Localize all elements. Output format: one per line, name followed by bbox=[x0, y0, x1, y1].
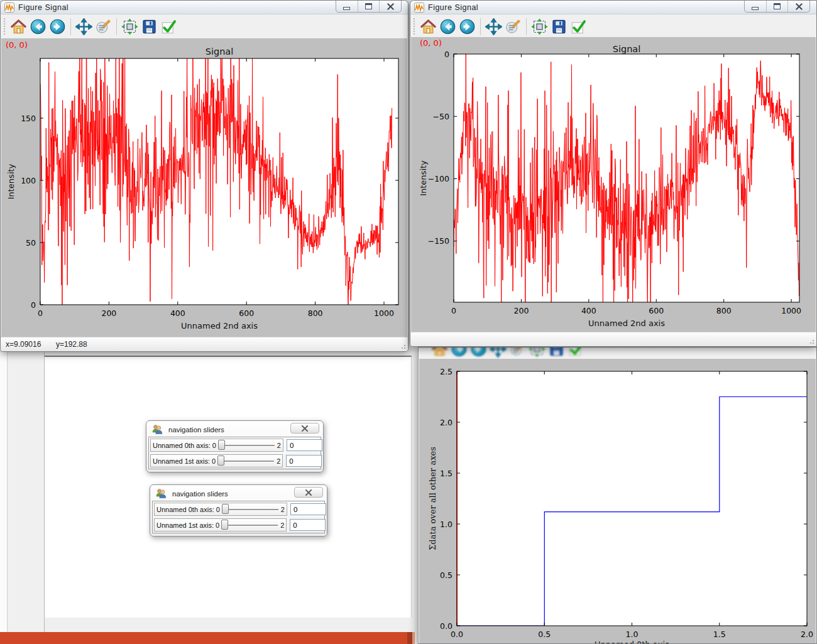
navigation-sliders-dialog[interactable]: navigation sliders Unnamed 0th axis: 0 2… bbox=[146, 420, 324, 472]
slider-strip: Unnamed 1st axis: 0 2 bbox=[150, 454, 283, 467]
slider-max: 2 bbox=[280, 521, 284, 529]
slider-max: 2 bbox=[277, 457, 280, 465]
axis-slider[interactable] bbox=[218, 439, 276, 451]
svg-text:0.0: 0.0 bbox=[440, 621, 452, 631]
signal-canvas[interactable]: (0, 0) 020040060080010000−50−100−150Sign… bbox=[411, 37, 816, 334]
svg-text:2.5: 2.5 bbox=[440, 367, 452, 376]
window-controls bbox=[336, 1, 402, 13]
slider-min: 0 bbox=[216, 521, 219, 529]
close-button[interactable] bbox=[788, 1, 809, 12]
svg-text:1.0: 1.0 bbox=[626, 630, 639, 639]
obscured-toolbar bbox=[419, 347, 816, 359]
forward-icon bbox=[470, 347, 487, 357]
maximize-icon bbox=[365, 3, 372, 9]
configure-subplots-icon[interactable] bbox=[121, 18, 138, 35]
confirm-check-icon[interactable] bbox=[570, 18, 587, 35]
close-icon bbox=[387, 3, 395, 10]
configure-subplots-icon[interactable] bbox=[531, 18, 548, 35]
close-icon bbox=[795, 3, 803, 10]
maximize-button[interactable] bbox=[767, 1, 789, 12]
svg-text:800: 800 bbox=[716, 306, 732, 315]
svg-text:0: 0 bbox=[451, 306, 456, 315]
matplotlib-toolbar bbox=[1, 14, 408, 38]
save-icon[interactable] bbox=[141, 18, 158, 35]
matplotlib-window-icon bbox=[414, 3, 424, 13]
window-title: Figure Signal bbox=[18, 3, 69, 12]
close-button[interactable] bbox=[380, 1, 401, 12]
forward-icon[interactable] bbox=[49, 18, 66, 35]
edit-parameters-icon[interactable] bbox=[505, 18, 522, 35]
signal-canvas[interactable]: (0, 0) 02004006008001000050100150SignalU… bbox=[1, 38, 407, 338]
slider-handle[interactable] bbox=[221, 520, 228, 530]
axis-slider-row: Unnamed 0th axis: 0 2 bbox=[150, 439, 319, 452]
svg-text:600: 600 bbox=[239, 308, 254, 318]
save-icon[interactable] bbox=[551, 18, 568, 35]
slider-strip: Unnamed 0th axis: 0 2 bbox=[150, 439, 283, 452]
home-icon[interactable] bbox=[420, 18, 437, 35]
toolbar-separator bbox=[526, 18, 527, 35]
back-icon[interactable] bbox=[30, 18, 47, 35]
signal-plot: 020040060080010000−50−100−150SignalUnnam… bbox=[411, 37, 817, 334]
svg-text:800: 800 bbox=[308, 308, 323, 318]
pan-icon[interactable] bbox=[75, 18, 92, 35]
edit-parameters-icon[interactable] bbox=[95, 18, 112, 35]
figure-window-signal-1: Figure Signal (0, 0) 0200400600800100005… bbox=[0, 0, 409, 352]
background-sidebar-strip bbox=[8, 352, 45, 632]
dialog-title: navigation sliders bbox=[172, 490, 228, 498]
svg-text:100: 100 bbox=[21, 176, 36, 185]
minimize-button[interactable] bbox=[745, 1, 767, 12]
toolbar-grip bbox=[414, 18, 415, 35]
confirm-check-icon[interactable] bbox=[160, 18, 177, 35]
axis-slider[interactable] bbox=[222, 503, 280, 515]
slider-min: 0 bbox=[212, 442, 216, 449]
svg-text:200: 200 bbox=[513, 306, 529, 315]
navigation-sliders-dialog[interactable]: navigation sliders Unnamed 0th axis: 0 2… bbox=[150, 484, 327, 537]
svg-text:0: 0 bbox=[31, 300, 36, 310]
window-title: Figure Signal bbox=[428, 3, 478, 12]
svg-text:0: 0 bbox=[38, 308, 43, 318]
maximize-icon bbox=[774, 3, 781, 9]
dialog-title: navigation sliders bbox=[168, 426, 224, 434]
axis-value-input[interactable] bbox=[290, 519, 326, 531]
axis-value-input[interactable] bbox=[287, 439, 322, 451]
slider-groove bbox=[219, 445, 275, 446]
slider-handle[interactable] bbox=[218, 440, 225, 450]
slider-handle[interactable] bbox=[217, 456, 224, 466]
resize-grip[interactable] bbox=[808, 338, 814, 344]
dialog-titlebar[interactable]: navigation sliders bbox=[156, 488, 228, 499]
navigator-canvas[interactable]: 0.00.51.01.52.00.00.51.01.52.02.5Unnamed… bbox=[419, 359, 816, 644]
axis-slider-row: Unnamed 1st axis: 0 2 bbox=[150, 454, 319, 467]
figure-window-navigator: 0.00.51.01.52.00.00.51.01.52.02.5Unnamed… bbox=[418, 347, 817, 644]
statusbar: x=9.09016 y=192.88 bbox=[1, 337, 408, 351]
matplotlib-window-icon bbox=[4, 3, 14, 13]
maximize-button[interactable] bbox=[358, 1, 380, 12]
svg-text:−150: −150 bbox=[428, 236, 449, 246]
back-icon bbox=[451, 347, 468, 357]
svg-text:Unnamed 0th axis: Unnamed 0th axis bbox=[595, 640, 669, 644]
dialog-close-button[interactable] bbox=[294, 487, 323, 498]
svg-text:1.5: 1.5 bbox=[440, 469, 452, 478]
forward-icon[interactable] bbox=[459, 18, 476, 35]
svg-text:1000: 1000 bbox=[781, 306, 801, 315]
slider-handle[interactable] bbox=[222, 504, 229, 514]
save-icon bbox=[548, 347, 565, 357]
svg-text:200: 200 bbox=[101, 308, 116, 318]
back-icon[interactable] bbox=[439, 18, 456, 35]
close-icon bbox=[305, 489, 312, 496]
dialog-titlebar[interactable]: navigation sliders bbox=[152, 424, 224, 435]
axis-value-input[interactable] bbox=[290, 503, 326, 515]
svg-text:Unnamed 2nd axis: Unnamed 2nd axis bbox=[181, 321, 258, 330]
titlebar[interactable]: Figure Signal bbox=[410, 1, 816, 14]
axis-slider[interactable] bbox=[221, 519, 279, 531]
axis-value-input[interactable] bbox=[286, 455, 322, 467]
dialog-close-button[interactable] bbox=[290, 423, 319, 434]
home-icon[interactable] bbox=[10, 18, 27, 35]
accent-bar-shade bbox=[407, 632, 412, 644]
resize-grip[interactable] bbox=[400, 343, 406, 349]
pan-icon[interactable] bbox=[485, 18, 502, 35]
axis-slider[interactable] bbox=[217, 455, 275, 467]
toolbar-separator bbox=[70, 18, 71, 35]
titlebar[interactable]: Figure Signal bbox=[1, 1, 408, 14]
axis-slider-row: Unnamed 1st axis: 0 2 bbox=[154, 518, 323, 532]
minimize-button[interactable] bbox=[336, 1, 358, 12]
